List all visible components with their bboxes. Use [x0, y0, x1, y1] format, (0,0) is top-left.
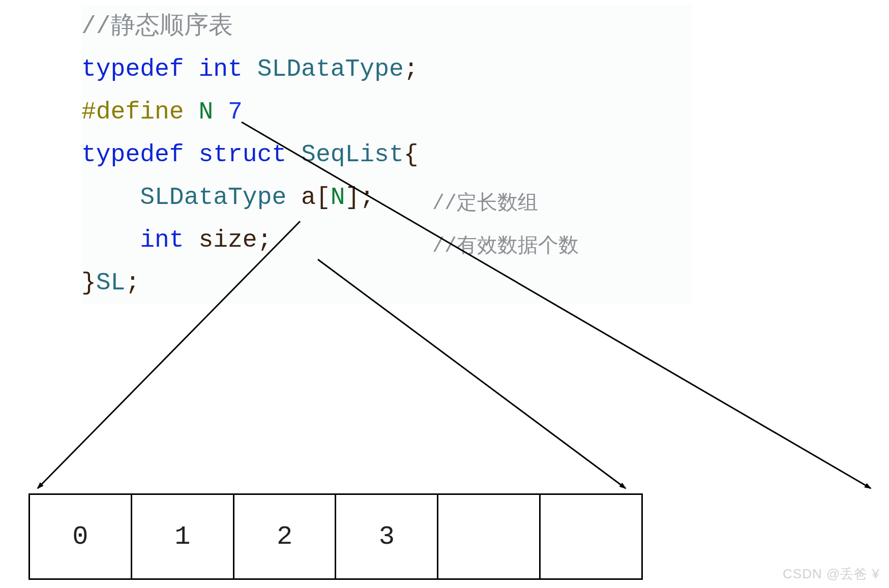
code-line-1: //静态顺序表	[81, 5, 692, 48]
semi-3: ;	[257, 226, 272, 254]
kw-typedef-2: typedef	[81, 141, 184, 168]
code-line-3: #define N 7	[81, 91, 692, 133]
rbrace: }	[81, 269, 96, 297]
code-line-2: typedef int SLDataType;	[81, 48, 692, 91]
array-cell-2: 2	[234, 495, 337, 578]
array-cell-0: 0	[30, 495, 132, 578]
type-sl: SL	[96, 269, 126, 297]
code-line-7: }SL;	[81, 261, 692, 304]
array-cell-1: 1	[132, 495, 234, 578]
code-line-6: int size;	[81, 219, 692, 261]
kw-int-2: int	[140, 226, 184, 254]
array-table: 0 1 2 3	[28, 493, 643, 580]
side-comment-2: //有效数据个数	[432, 231, 579, 259]
kw-int-1: int	[198, 55, 242, 83]
comment-top: //静态顺序表	[81, 13, 233, 40]
code-block: //静态顺序表 typedef int SLDataType; #define …	[81, 5, 692, 304]
ident-size: size	[198, 226, 257, 254]
ident-a: a	[301, 184, 316, 211]
type-sldatatype-1: SLDataType	[257, 55, 404, 83]
semi-1: ;	[404, 55, 419, 83]
type-seqlist: SeqList	[301, 141, 404, 168]
kw-struct: struct	[198, 141, 286, 168]
bracket-close: ]	[345, 184, 360, 211]
semi-4: ;	[125, 269, 140, 297]
kw-typedef-1: typedef	[81, 55, 184, 83]
array-cell-3: 3	[336, 495, 438, 578]
type-sldatatype-2: SLDataType	[140, 184, 286, 211]
array-cell-5	[541, 495, 641, 578]
code-line-4: typedef struct SeqList{	[81, 133, 692, 176]
code-line-5: SLDataType a[N];	[81, 176, 692, 219]
lbrace: {	[404, 141, 419, 168]
kw-define: #define	[81, 98, 184, 126]
bracket-open: [	[316, 184, 331, 211]
side-comment-1: //定长数组	[432, 188, 538, 216]
watermark: CSDN @丢爸 ¥	[783, 565, 880, 583]
semi-2: ;	[360, 184, 374, 211]
array-cell-4	[438, 495, 541, 578]
num-7: 7	[228, 98, 243, 126]
macro-N: N	[198, 98, 213, 126]
macro-N-2: N	[331, 184, 345, 211]
